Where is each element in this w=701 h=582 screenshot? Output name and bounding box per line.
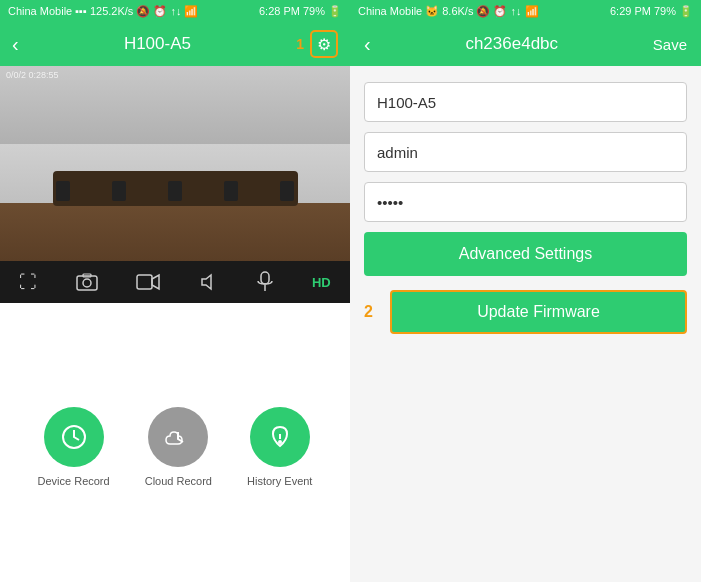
svg-rect-3 (137, 275, 152, 289)
page-title-left: H100-A5 (19, 34, 297, 54)
header-right: ‹ ch236e4dbc Save (350, 22, 701, 66)
carrier-left: China Mobile (8, 5, 72, 17)
battery-left: 79% (303, 5, 325, 17)
svg-point-1 (83, 279, 91, 287)
bottom-actions: Device Record Cloud Record History Event (0, 303, 350, 582)
battery-icon-left: 🔋 (328, 5, 342, 18)
status-right-info: 6:28 PM 79% 🔋 (259, 5, 342, 18)
username-field[interactable] (364, 132, 687, 172)
camera-scene (0, 66, 350, 261)
status-bar-left: China Mobile ▪▪▪ 125.2K/s 🔕 ⏰ ↑↓ 📶 6:28 … (0, 0, 350, 22)
speaker-button[interactable] (199, 273, 219, 291)
camera-controls-bar: ⛶ HD (0, 261, 350, 303)
password-field[interactable] (364, 182, 687, 222)
carrier-right: China Mobile (358, 5, 422, 17)
record-button[interactable] (136, 273, 160, 291)
advanced-settings-button[interactable]: Advanced Settings (364, 232, 687, 276)
status-right-left: China Mobile 🐱 8.6K/s 🔕 ⏰ ↑↓ 📶 (358, 5, 539, 18)
firmware-badge-number: 2 (364, 303, 382, 321)
speed-right: 8.6K/s (442, 5, 473, 17)
back-button-left[interactable]: ‹ (12, 33, 19, 56)
status-icons-right: 🔕 ⏰ ↑↓ 📶 (476, 5, 538, 18)
page-title-right: ch236e4dbc (371, 34, 653, 54)
speed-left: 125.2K/s (90, 5, 133, 17)
svg-rect-0 (77, 276, 97, 290)
history-event-label: History Event (247, 475, 312, 487)
time-left: 6:28 PM (259, 5, 300, 17)
fullscreen-button[interactable]: ⛶ (19, 272, 37, 293)
right-panel: China Mobile 🐱 8.6K/s 🔕 ⏰ ↑↓ 📶 6:29 PM 7… (350, 0, 701, 582)
left-panel: China Mobile ▪▪▪ 125.2K/s 🔕 ⏰ ↑↓ 📶 6:28 … (0, 0, 350, 582)
cloud-record-button[interactable]: Cloud Record (145, 407, 212, 487)
scene-floor (0, 203, 350, 262)
device-record-label: Device Record (38, 475, 110, 487)
status-right-right: 6:29 PM 79% 🔋 (610, 5, 693, 18)
chair-5 (280, 181, 294, 201)
chair-1 (56, 181, 70, 201)
gear-icon: ⚙ (317, 35, 331, 54)
emoji-icon-right: 🐱 (425, 5, 439, 18)
settings-form: Advanced Settings 2 Update Firmware (350, 66, 701, 582)
back-button-right[interactable]: ‹ (364, 33, 371, 56)
settings-button[interactable]: ⚙ (310, 30, 338, 58)
chair-2 (112, 181, 126, 201)
battery-icon-right: 🔋 (679, 5, 693, 18)
svg-point-7 (278, 440, 282, 444)
time-right: 6:29 PM (610, 5, 651, 17)
scene-chairs (35, 181, 315, 210)
icons-left: 🔕 ⏰ ↑↓ 📶 (136, 5, 198, 18)
camera-timestamp: 0/0/2 0:28:55 (6, 70, 59, 80)
device-record-button[interactable]: Device Record (38, 407, 110, 487)
header-icons-left: 1 ⚙ (296, 30, 338, 58)
cloud-record-icon (148, 407, 208, 467)
history-event-button[interactable]: History Event (247, 407, 312, 487)
device-name-field[interactable] (364, 82, 687, 122)
hd-indicator: HD (312, 275, 331, 290)
firmware-row: 2 Update Firmware (364, 290, 687, 334)
chair-3 (168, 181, 182, 201)
snapshot-button[interactable] (76, 273, 98, 291)
history-event-icon (250, 407, 310, 467)
status-left-info: China Mobile ▪▪▪ 125.2K/s 🔕 ⏰ ↑↓ 📶 (8, 5, 199, 18)
cloud-record-label: Cloud Record (145, 475, 212, 487)
microphone-button[interactable] (257, 271, 273, 293)
camera-feed: 0/0/2 0:28:55 (0, 66, 350, 261)
device-record-icon (44, 407, 104, 467)
update-firmware-label: Update Firmware (477, 303, 600, 321)
signal-icon: ▪▪▪ (75, 5, 87, 17)
badge-number-left: 1 (296, 36, 304, 52)
save-button[interactable]: Save (653, 36, 687, 53)
header-left: ‹ H100-A5 1 ⚙ (0, 22, 350, 66)
advanced-settings-label: Advanced Settings (459, 245, 592, 263)
battery-right: 79% (654, 5, 676, 17)
status-bar-right: China Mobile 🐱 8.6K/s 🔕 ⏰ ↑↓ 📶 6:29 PM 7… (350, 0, 701, 22)
svg-rect-4 (261, 272, 269, 284)
update-firmware-button[interactable]: Update Firmware (390, 290, 687, 334)
chair-4 (224, 181, 238, 201)
